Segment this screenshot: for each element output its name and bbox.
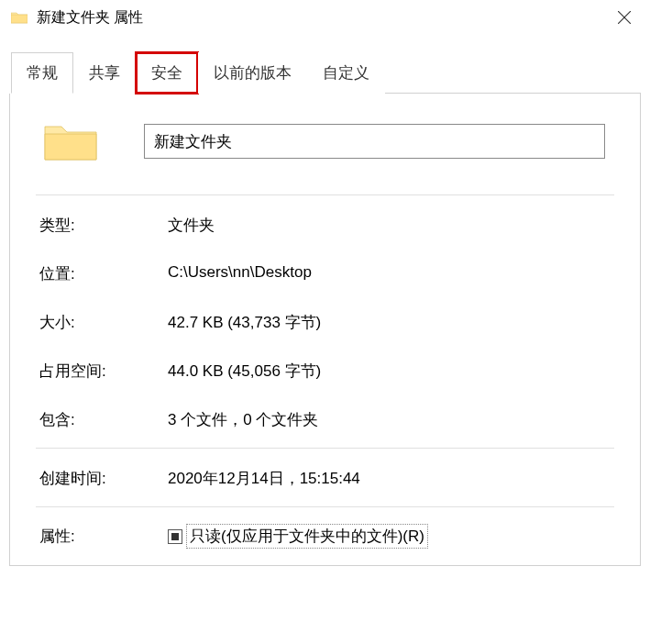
tab-security[interactable]: 安全 <box>136 52 198 94</box>
label-created: 创建时间: <box>39 468 168 489</box>
row-size-on-disk: 占用空间: 44.0 KB (45,056 字节) <box>36 347 614 395</box>
label-contains: 包含: <box>39 409 168 430</box>
readonly-checkbox-wrapper: 只读(仅应用于文件夹中的文件)(R) <box>168 526 426 547</box>
label-type: 类型: <box>39 215 168 236</box>
label-location: 位置: <box>39 263 168 284</box>
readonly-label[interactable]: 只读(仅应用于文件夹中的文件)(R) <box>188 526 426 547</box>
dialog-body: 常规 共享 安全 以前的版本 自定义 类型: 文件夹 位置: C:\Users\… <box>0 40 650 566</box>
folder-icon <box>11 11 28 24</box>
folder-name-input[interactable] <box>144 124 605 159</box>
value-size: 42.7 KB (43,733 字节) <box>168 312 321 333</box>
row-type: 类型: 文件夹 <box>36 201 614 250</box>
row-contains: 包含: 3 个文件，0 个文件夹 <box>36 395 614 444</box>
value-created: 2020年12月14日，15:15:44 <box>168 468 360 489</box>
row-location: 位置: C:\Users\nn\Desktop <box>36 250 614 298</box>
folder-icon-large <box>43 119 98 163</box>
titlebar-left: 新建文件夹 属性 <box>11 8 143 28</box>
divider <box>36 194 614 195</box>
close-button[interactable] <box>606 4 643 31</box>
window-title: 新建文件夹 属性 <box>37 8 143 28</box>
row-attributes: 属性: 只读(仅应用于文件夹中的文件)(R) <box>36 513 614 547</box>
value-type: 文件夹 <box>168 215 215 236</box>
value-size-on-disk: 44.0 KB (45,056 字节) <box>168 361 321 382</box>
divider <box>36 448 614 449</box>
value-location: C:\Users\nn\Desktop <box>168 263 312 284</box>
titlebar: 新建文件夹 属性 <box>0 0 650 40</box>
tab-general[interactable]: 常规 <box>11 52 73 94</box>
tab-previous-versions[interactable]: 以前的版本 <box>198 52 307 94</box>
tab-strip: 常规 共享 安全 以前的版本 自定义 <box>11 51 641 94</box>
label-size-on-disk: 占用空间: <box>39 361 168 382</box>
row-created: 创建时间: 2020年12月14日，15:15:44 <box>36 454 614 503</box>
row-size: 大小: 42.7 KB (43,733 字节) <box>36 298 614 347</box>
value-contains: 3 个文件，0 个文件夹 <box>168 409 318 430</box>
tab-share[interactable]: 共享 <box>73 52 136 94</box>
tab-custom[interactable]: 自定义 <box>307 52 385 94</box>
header-row <box>36 119 614 163</box>
tab-content: 类型: 文件夹 位置: C:\Users\nn\Desktop 大小: 42.7… <box>9 94 641 566</box>
divider <box>36 506 614 507</box>
label-size: 大小: <box>39 312 168 333</box>
label-attributes: 属性: <box>39 526 168 547</box>
readonly-checkbox[interactable] <box>168 529 182 544</box>
